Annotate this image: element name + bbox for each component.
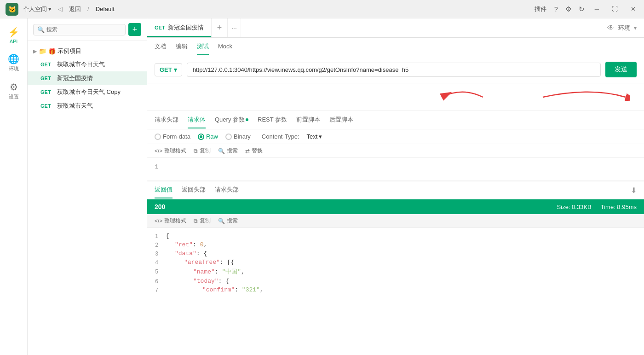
line-number: 6 xyxy=(147,278,166,285)
tab-spacer xyxy=(241,18,600,37)
add-api-button[interactable]: + xyxy=(128,23,141,36)
status-bar: 200 Size: 0.33KB Time: 8.95ms xyxy=(147,199,644,214)
copy-button[interactable]: ⧉ 复制 xyxy=(194,147,211,155)
refresh-icon[interactable]: ↻ xyxy=(579,5,585,13)
url-input[interactable] xyxy=(187,63,601,77)
req-tab-post-script[interactable]: 后置脚本 xyxy=(329,112,353,128)
resp-format-button[interactable]: </> 整理格式 xyxy=(155,217,186,225)
search-button[interactable]: 🔍 搜索 xyxy=(218,147,238,155)
help-icon[interactable]: ? xyxy=(554,5,558,13)
req-tab-pre-script[interactable]: 前置脚本 xyxy=(296,112,320,128)
line-number: 4 xyxy=(147,259,166,266)
breadcrumb-slash: / xyxy=(87,6,89,12)
chevron-icon: ▶ xyxy=(33,48,37,54)
maximize-button[interactable]: ⛶ xyxy=(609,5,621,13)
settings-icon[interactable]: ⚙ xyxy=(565,5,571,13)
line-content: "confirm": "321", xyxy=(166,286,264,293)
sidebar-item-api[interactable]: ⚡ API xyxy=(2,23,26,48)
close-button[interactable]: ✕ xyxy=(628,5,638,13)
resp-tab-req-headers[interactable]: 请求头部 xyxy=(215,182,239,198)
project-name: Default xyxy=(96,6,115,12)
body-toolbar: Form-data Raw Binary Content-Type: Text … xyxy=(147,129,644,144)
method-select[interactable]: GET ▾ xyxy=(155,63,182,76)
binary-option[interactable]: Binary xyxy=(225,133,251,140)
eye-icon[interactable]: 👁 xyxy=(607,24,615,32)
tab-docs[interactable]: 文档 xyxy=(155,39,167,55)
response-tabs: 返回值 返回头部 请求头部 ⬇ xyxy=(147,181,644,199)
back-label[interactable]: 返回 xyxy=(69,5,81,13)
binary-radio xyxy=(225,134,232,140)
search-input[interactable] xyxy=(46,26,121,33)
req-tab-headers[interactable]: 请求头部 xyxy=(155,112,178,128)
status-info: Size: 0.33KB Time: 8.95ms xyxy=(557,204,637,210)
env-label[interactable]: 环境 xyxy=(618,24,630,32)
resp-tab-headers[interactable]: 返回头部 xyxy=(182,182,206,198)
line-content: "name": "中国", xyxy=(166,268,245,276)
file-tree: ▶ 📁 🎁 示例项目 GET 获取城市今日天气 GET 新冠全国疫情 GET 获… xyxy=(28,41,147,355)
tab-mock[interactable]: Mock xyxy=(218,39,232,54)
tree-group: ▶ 📁 🎁 示例项目 GET 获取城市今日天气 GET 新冠全国疫情 GET 获… xyxy=(28,44,147,114)
search-icon: 🔍 xyxy=(218,218,225,224)
line-content: "ret": 0, xyxy=(166,241,207,248)
resp-line: 1 { xyxy=(147,232,644,240)
list-item[interactable]: GET 获取城市天气 xyxy=(28,99,147,113)
workspace-label[interactable]: 个人空间 ▾ xyxy=(23,5,52,13)
response-section: 返回值 返回头部 请求头部 ⬇ 200 Size: 0.33KB Time: 8… xyxy=(147,181,644,355)
replace-button[interactable]: ⇄ 替换 xyxy=(245,147,263,155)
status-code: 200 xyxy=(155,203,165,210)
format-button[interactable]: </> 整理格式 xyxy=(155,147,186,155)
chevron-down-icon[interactable]: ▾ xyxy=(634,25,637,31)
copy-icon: ⧉ xyxy=(194,218,198,224)
arrow-annotation-area xyxy=(147,83,644,111)
list-item[interactable]: GET 获取城市今日天气 xyxy=(28,58,147,71)
req-tab-rest[interactable]: REST 参数 xyxy=(258,112,287,128)
code-editor[interactable]: 1 xyxy=(147,158,644,181)
resp-line: 3 "data": { xyxy=(147,249,644,258)
line-content: "today": { xyxy=(166,278,229,285)
format-icon: </> xyxy=(155,148,162,154)
req-tab-query[interactable]: Query 参数 xyxy=(215,112,248,128)
send-button[interactable]: 发送 xyxy=(605,62,637,77)
resp-copy-button[interactable]: ⧉ 复制 xyxy=(194,217,211,225)
sidebar-item-settings[interactable]: ⚙ 设置 xyxy=(2,78,26,104)
tab-edit[interactable]: 编辑 xyxy=(176,39,188,55)
sub-tabs: 文档 编辑 测试 Mock xyxy=(147,38,644,56)
tree-group-header[interactable]: ▶ 📁 🎁 示例项目 xyxy=(28,45,147,58)
binary-label: Binary xyxy=(234,133,251,140)
form-data-label: Form-data xyxy=(163,133,190,140)
list-item[interactable]: GET 新冠全国疫情 xyxy=(28,71,147,85)
content-type-value: Text xyxy=(307,133,318,140)
resp-line: 6 "today": { xyxy=(147,277,644,285)
more-tabs-button[interactable]: ··· xyxy=(228,18,241,37)
app-logo: 🐱 xyxy=(6,3,18,16)
resp-line: 2 "ret": 0, xyxy=(147,240,644,249)
raw-option[interactable]: Raw xyxy=(198,133,218,140)
tab-item[interactable]: GET 新冠全国疫情 xyxy=(147,18,212,37)
search-box[interactable]: 🔍 xyxy=(33,24,126,35)
search-icon: 🔍 xyxy=(37,26,45,33)
download-icon[interactable]: ⬇ xyxy=(631,186,637,194)
settings-label: 设置 xyxy=(9,93,19,100)
tab-test[interactable]: 测试 xyxy=(197,39,209,55)
content-type-select[interactable]: Text ▾ xyxy=(307,133,322,140)
resp-tab-value[interactable]: 返回值 xyxy=(155,182,172,198)
dot-indicator xyxy=(246,118,248,121)
plugins-label[interactable]: 插件 xyxy=(535,5,546,13)
folder-icon: 📁 xyxy=(39,47,46,55)
minimize-button[interactable]: ─ xyxy=(592,5,602,13)
form-data-option[interactable]: Form-data xyxy=(155,133,190,140)
resp-search-button[interactable]: 🔍 搜索 xyxy=(218,217,238,225)
chevron-icon: ▾ xyxy=(319,133,322,140)
resp-tab-right: ⬇ xyxy=(631,186,637,195)
api-name: 获取城市天气 xyxy=(57,102,93,110)
resp-line: 7 "confirm": "321", xyxy=(147,285,644,294)
main-layout: ⚡ API 🌐 环境 ⚙ 设置 🔍 + ▶ 📁 🎁 xyxy=(0,18,644,355)
resp-code-toolbar: </> 整理格式 ⧉ 复制 🔍 搜索 xyxy=(147,214,644,228)
tab-method: GET xyxy=(155,25,165,30)
titlebar-right: 插件 ? ⚙ ↻ ─ ⛶ ✕ xyxy=(535,5,638,13)
add-tab-button[interactable]: + xyxy=(212,18,228,37)
method-badge: GET xyxy=(40,89,54,95)
req-tab-body[interactable]: 请求体 xyxy=(188,112,206,128)
sidebar-item-env[interactable]: 🌐 环境 xyxy=(2,50,26,76)
list-item[interactable]: GET 获取城市今日天气 Copy xyxy=(28,85,147,99)
